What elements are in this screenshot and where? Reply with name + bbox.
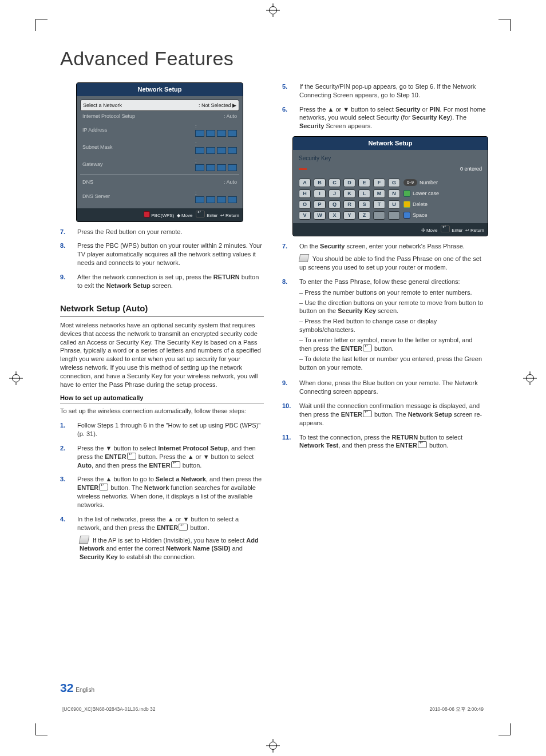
step-9: After the network connection is set up, … [77, 273, 264, 290]
keyboard-key[interactable]: A [299, 179, 311, 187]
green-button-icon [403, 190, 410, 197]
page-number: 32English [60, 680, 94, 696]
keyboard-row: ABCDEFG0~9Number [299, 179, 482, 187]
onscreen-keyboard: ABCDEFG0~9NumberHIJKLMNLower caseOPQRSTU… [299, 179, 482, 220]
dns-server-row: DNS Server : [80, 188, 239, 205]
keyboard-row: HIJKLMNLower case [299, 189, 482, 198]
r-step-11: To test the connection, press the RETURN… [299, 433, 486, 450]
keyboard-key[interactable]: D [343, 179, 355, 187]
row-label: DNS [82, 179, 93, 185]
keyboard-key[interactable]: L [358, 189, 370, 198]
keyboard-key[interactable]: Z [358, 211, 370, 220]
keyboard-key[interactable]: C [329, 179, 341, 187]
keyboard-side-label: 0~9Number [403, 179, 452, 186]
blue-button-icon [403, 212, 410, 219]
octet-boxes [195, 147, 237, 154]
dns-row[interactable]: DNS : Auto [80, 177, 239, 187]
note-icon [299, 254, 309, 262]
r-step-5: If the Security/PIN pop-up appears, go t… [299, 82, 486, 100]
octet-boxes [195, 164, 237, 171]
r-step-9: When done, press the Blue button on your… [299, 379, 486, 396]
keyboard-key[interactable]: R [343, 200, 355, 209]
r-step-8: To enter the Pass Phrase, follow these g… [299, 278, 486, 373]
keyboard-key[interactable]: P [314, 200, 326, 209]
entry-row: 0 entered [299, 165, 482, 172]
entered-count: 0 entered [460, 165, 482, 172]
ip-address-row: IP Address : [80, 121, 239, 138]
step-8: Press the PBC (WPS) button on your route… [77, 242, 264, 267]
registration-mark-icon [268, 741, 278, 750]
intro-text: To set up the wireless connection automa… [60, 407, 264, 415]
row-value: : Auto [224, 179, 237, 185]
row-value: : Auto [224, 113, 237, 120]
keyboard-key[interactable]: I [314, 189, 326, 198]
gateway-row: Gateway : [80, 156, 239, 173]
subnet-row: Subnet Mask : [80, 138, 239, 156]
ip-setup-row[interactable]: Internet Protocol Setup : Auto [80, 111, 239, 121]
keyboard-key[interactable]: T [373, 200, 385, 209]
keyboard-row: OPQRSTUDelete [299, 200, 482, 209]
enter-icon [441, 225, 450, 232]
registration-mark-icon [11, 374, 21, 383]
enter-icon [127, 453, 136, 460]
r-step-10: Wait until the connection confirmation m… [299, 402, 486, 428]
auto-step-4: In the list of networks, press the ▲ or … [77, 515, 264, 561]
enter-icon [179, 524, 188, 531]
step-7: Press the Red button on your remote. [77, 228, 182, 236]
enter-icon [363, 410, 372, 417]
left-column: Network Setup Select a Network : Not Sel… [60, 82, 264, 567]
keyboard-key[interactable]: E [358, 179, 370, 187]
keyboard-key[interactable]: K [343, 189, 355, 198]
keyboard-side-label: Space [403, 212, 452, 219]
keyboard-key[interactable]: Y [343, 211, 355, 220]
keyboard-key[interactable] [373, 211, 385, 220]
keyboard-side-label: Lower case [403, 190, 452, 197]
security-key-label: Security Key [299, 155, 482, 163]
keyboard-key[interactable]: B [314, 179, 326, 187]
network-setup-dialog: Network Setup Select a Network : Not Sel… [76, 82, 243, 222]
yellow-button-icon [403, 201, 410, 208]
enter-icon [99, 484, 108, 490]
row-value: : Not Selected ▶ [199, 102, 236, 109]
keyboard-key[interactable]: O [299, 200, 311, 209]
keyboard-key[interactable]: G [388, 179, 400, 187]
imposition-footer: [UC6900_XC]BN68-02843A-01L06.indb 32 201… [60, 706, 486, 713]
r-step-7: On the Security screen, enter your netwo… [299, 242, 486, 272]
enter-icon [418, 441, 427, 448]
keyboard-key[interactable]: N [388, 189, 400, 198]
octet-boxes [195, 130, 237, 137]
keyboard-key[interactable]: F [373, 179, 385, 187]
r-step-6: Press the ▲ or ▼ button to select Securi… [299, 105, 486, 131]
registration-mark-icon [268, 6, 278, 15]
auto-step-1: Follow Steps 1 through 6 in the "How to … [77, 421, 264, 438]
keyboard-key[interactable]: Q [329, 200, 341, 209]
keyboard-key[interactable]: U [388, 200, 400, 209]
dialog-footer: PBC(WPS) ◆ Move Enter ↩ Return [77, 208, 243, 221]
keyboard-key[interactable]: J [329, 189, 341, 198]
enter-icon [363, 345, 372, 351]
keyboard-key[interactable]: H [299, 189, 311, 198]
keyboard-key[interactable]: X [329, 211, 341, 220]
row-label: DNS Server [82, 193, 110, 200]
right-column: 5.If the Security/PIN pop-up appears, go… [282, 82, 486, 567]
footer-left: [UC6900_XC]BN68-02843A-01L06.indb 32 [62, 706, 156, 713]
crop-mark [498, 19, 511, 31]
input-cursor[interactable] [299, 168, 460, 170]
registration-mark-icon [525, 374, 535, 383]
crop-mark [35, 19, 48, 31]
keyboard-key[interactable]: M [373, 189, 385, 198]
number-pill-icon: 0~9 [403, 179, 417, 185]
dialog-title: Network Setup [77, 83, 243, 96]
sub-heading: How to set up automatically [60, 394, 264, 404]
octet-boxes [195, 196, 237, 203]
keyboard-key[interactable]: W [314, 211, 326, 220]
keyboard-key[interactable]: S [358, 200, 370, 209]
keyboard-key[interactable] [388, 211, 400, 220]
row-label: Internet Protocol Setup [82, 113, 135, 120]
keyboard-key[interactable]: V [299, 211, 311, 220]
page-sheet: Advanced Features Network Setup Select a… [0, 0, 546, 756]
crop-mark [35, 723, 48, 735]
red-button-icon [144, 211, 150, 217]
security-key-dialog: Network Setup Security Key 0 entered ABC… [292, 136, 488, 236]
select-network-row[interactable]: Select a Network : Not Selected ▶ [80, 100, 239, 111]
